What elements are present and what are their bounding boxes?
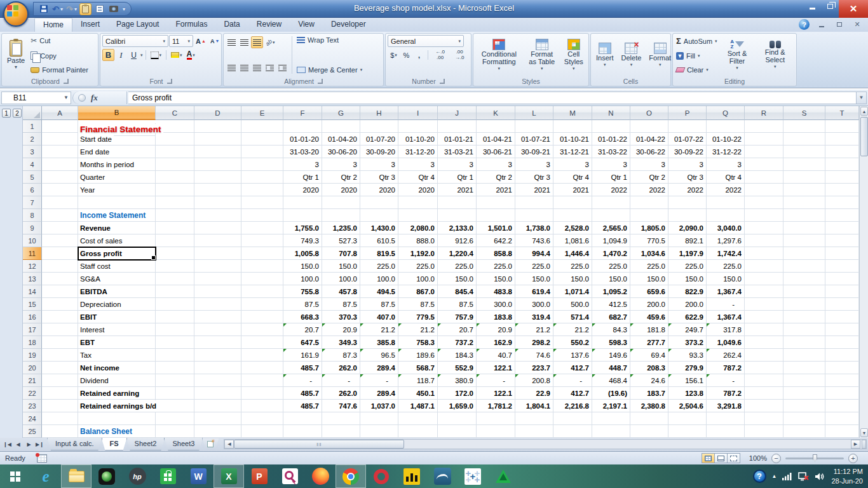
cell-F18[interactable]: 647.5 xyxy=(283,336,322,349)
align-top-button[interactable] xyxy=(226,36,238,48)
name-box-dropdown-icon[interactable]: ▼ xyxy=(64,95,69,100)
alignment-dialog-launcher[interactable] xyxy=(318,79,323,84)
cell-I17[interactable]: 21.2 xyxy=(398,323,438,336)
cell-G20[interactable]: 262.0 xyxy=(322,362,360,374)
cell-M16[interactable]: 571.4 xyxy=(553,311,592,323)
row-header-15[interactable]: 15 xyxy=(23,298,42,311)
cell-L19[interactable]: 74.6 xyxy=(515,349,553,362)
cell-S6[interactable] xyxy=(783,184,825,196)
cell-H8[interactable] xyxy=(360,209,398,222)
cell-L21[interactable]: 200.8 xyxy=(515,374,553,387)
cell-F3[interactable]: 31-03-20 xyxy=(283,146,322,158)
cell-N24[interactable] xyxy=(592,412,630,425)
decrease-indent-button[interactable] xyxy=(264,62,276,74)
row-header-17[interactable]: 17 xyxy=(23,323,42,336)
cell-O17[interactable]: 181.8 xyxy=(630,323,668,336)
cell-P16[interactable]: 622.9 xyxy=(668,311,707,323)
cell-F16[interactable]: 668.3 xyxy=(283,311,322,323)
cell-L4[interactable]: 3 xyxy=(515,158,553,171)
cell-T2[interactable] xyxy=(825,133,859,146)
cell-K6[interactable]: 2021 xyxy=(477,184,515,196)
cell-L22[interactable]: 22.9 xyxy=(515,387,553,400)
last-sheet-button[interactable]: ▶❙ xyxy=(35,440,44,449)
cell-B6[interactable]: Year xyxy=(78,184,156,196)
cell-Q25[interactable] xyxy=(707,425,745,438)
cell-J8[interactable] xyxy=(438,209,477,222)
scroll-down-button[interactable]: ▼ xyxy=(860,428,868,437)
cell-M11[interactable]: 1,446.4 xyxy=(553,247,592,260)
cell-L10[interactable]: 743.6 xyxy=(515,234,553,247)
cell-T4[interactable] xyxy=(825,158,859,171)
cell-G12[interactable]: 150.0 xyxy=(322,260,360,273)
cell-S21[interactable] xyxy=(783,374,825,387)
cell-H15[interactable]: 87.5 xyxy=(360,298,398,311)
find-select-button[interactable]: Find & Select▾ xyxy=(756,35,794,75)
cell-B9[interactable]: Revenue xyxy=(78,222,156,234)
cell-S4[interactable] xyxy=(783,158,825,171)
cell-H9[interactable]: 1,430.0 xyxy=(360,222,398,234)
cell-B22[interactable]: Retained earning xyxy=(78,387,156,400)
cell-E12[interactable] xyxy=(241,260,283,273)
cell-R3[interactable] xyxy=(745,146,783,158)
cell-N19[interactable]: 149.6 xyxy=(592,349,630,362)
cell-N7[interactable] xyxy=(592,196,630,209)
cell-L3[interactable]: 30-09-21 xyxy=(515,146,553,158)
cell-I22[interactable]: 450.1 xyxy=(398,387,438,400)
cell-H20[interactable]: 289.4 xyxy=(360,362,398,374)
cell-L23[interactable]: 1,804.1 xyxy=(515,400,553,412)
cell-O10[interactable]: 770.5 xyxy=(630,234,668,247)
cell-F23[interactable]: 485.7 xyxy=(283,400,322,412)
cell-T19[interactable] xyxy=(825,349,859,362)
cell-F11[interactable]: 1,005.8 xyxy=(283,247,322,260)
cell-L14[interactable]: 619.4 xyxy=(515,285,553,298)
cell-B12[interactable]: Staff cost xyxy=(78,260,156,273)
column-header-O[interactable]: O xyxy=(630,106,668,120)
cell-B3[interactable]: End date xyxy=(78,146,156,158)
cell-T24[interactable] xyxy=(825,412,859,425)
cell-Q5[interactable]: Qtr 4 xyxy=(707,171,745,184)
tab-developer[interactable]: Developer xyxy=(323,18,374,32)
cell-R24[interactable] xyxy=(745,412,783,425)
percent-button[interactable]: % xyxy=(400,49,412,61)
cell-M22[interactable]: 412.7 xyxy=(553,387,592,400)
tab-formulas[interactable]: Formulas xyxy=(167,18,215,32)
column-header-B[interactable]: B xyxy=(78,106,156,120)
cell-J15[interactable]: 87.5 xyxy=(438,298,477,311)
cell-A19[interactable] xyxy=(42,349,78,362)
cell-D8[interactable] xyxy=(194,209,241,222)
cell-B7[interactable] xyxy=(78,196,156,209)
cell-A7[interactable] xyxy=(42,196,78,209)
opera-icon[interactable] xyxy=(366,464,397,488)
cell-Q19[interactable]: 262.4 xyxy=(707,349,745,362)
cell-P8[interactable] xyxy=(668,209,707,222)
cell-O4[interactable]: 3 xyxy=(630,158,668,171)
cell-K8[interactable] xyxy=(477,209,515,222)
cell-F8[interactable] xyxy=(283,209,322,222)
cell-G5[interactable]: Qtr 2 xyxy=(322,171,360,184)
cell-M10[interactable]: 1,081.6 xyxy=(553,234,592,247)
cell-E18[interactable] xyxy=(241,336,283,349)
cell-H13[interactable]: 100.0 xyxy=(360,273,398,285)
cell-O24[interactable] xyxy=(630,412,668,425)
cell-M18[interactable]: 550.2 xyxy=(553,336,592,349)
sheet-tab-sheet3[interactable]: Sheet3 xyxy=(164,438,203,451)
cell-P24[interactable] xyxy=(668,412,707,425)
cell-R12[interactable] xyxy=(745,260,783,273)
cell-C17[interactable] xyxy=(156,323,194,336)
cell-H22[interactable]: 289.4 xyxy=(360,387,398,400)
cell-J7[interactable] xyxy=(438,196,477,209)
cell-D14[interactable] xyxy=(194,285,241,298)
cell-R23[interactable] xyxy=(745,400,783,412)
cell-A16[interactable] xyxy=(42,311,78,323)
cell-A1[interactable] xyxy=(42,120,78,133)
clipboard-tool-button[interactable] xyxy=(79,3,92,15)
cell-D19[interactable] xyxy=(194,349,241,362)
cell-F9[interactable]: 1,755.0 xyxy=(283,222,322,234)
cell-M19[interactable]: 137.6 xyxy=(553,349,592,362)
cell-H21[interactable]: - xyxy=(360,374,398,387)
cell-F20[interactable]: 485.7 xyxy=(283,362,322,374)
column-header-R[interactable]: R xyxy=(745,106,783,120)
cell-T8[interactable] xyxy=(825,209,859,222)
cell-R1[interactable] xyxy=(745,120,783,133)
cell-P3[interactable]: 30-09-22 xyxy=(668,146,707,158)
